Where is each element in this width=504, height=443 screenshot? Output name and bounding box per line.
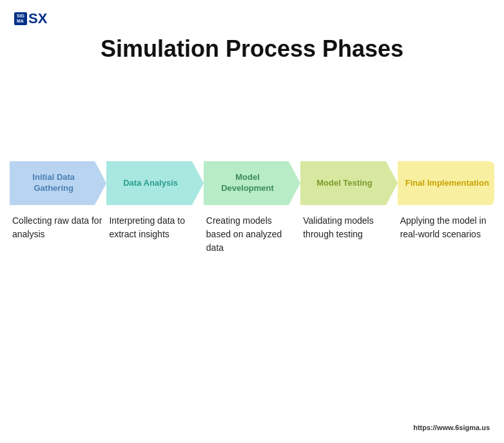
phase-arrow-1: Initial Data Gathering <box>10 161 106 205</box>
phase-description-1: Collecting raw data for analysis <box>10 214 106 241</box>
phase-arrow-4: Model Testing <box>300 161 397 205</box>
phase-wrapper-3: Model DevelopmentCreating models based o… <box>204 161 300 255</box>
phase-label-5: Final Implementation <box>405 178 489 189</box>
phase-description-3: Creating models based on analyzed data <box>204 214 300 255</box>
phase-wrapper-2: Data AnalysisInterpreting data to extrac… <box>106 161 203 241</box>
phase-label-3: Model Development <box>211 172 284 194</box>
phase-label-2: Data Analysis <box>123 178 178 189</box>
phase-wrapper-5: Final ImplementationApplying the model i… <box>398 161 494 241</box>
phase-arrow-2: Data Analysis <box>106 161 203 205</box>
footer-url: https://www.6sigma.us <box>413 424 490 431</box>
logo-sigma-text: SIGMA <box>14 12 27 26</box>
phase-description-5: Applying the model in real-world scenari… <box>398 214 494 241</box>
phase-wrapper-4: Model TestingValidating models through t… <box>300 161 397 241</box>
phase-arrow-3: Model Development <box>204 161 300 205</box>
phase-label-4: Model Testing <box>316 178 372 189</box>
page-title: Simulation Process Phases <box>0 35 504 63</box>
phase-description-4: Validating models through testing <box>300 214 397 241</box>
phases-container: Initial Data GatheringCollecting raw dat… <box>10 161 494 255</box>
phase-label-1: Initial Data Gathering <box>17 172 90 194</box>
logo: SIGMA SX <box>14 12 47 26</box>
phase-wrapper-1: Initial Data GatheringCollecting raw dat… <box>10 161 106 241</box>
phase-arrow-5: Final Implementation <box>398 161 494 205</box>
logo-sx-text: SX <box>28 12 47 26</box>
phase-description-2: Interpreting data to extract insights <box>106 214 203 241</box>
